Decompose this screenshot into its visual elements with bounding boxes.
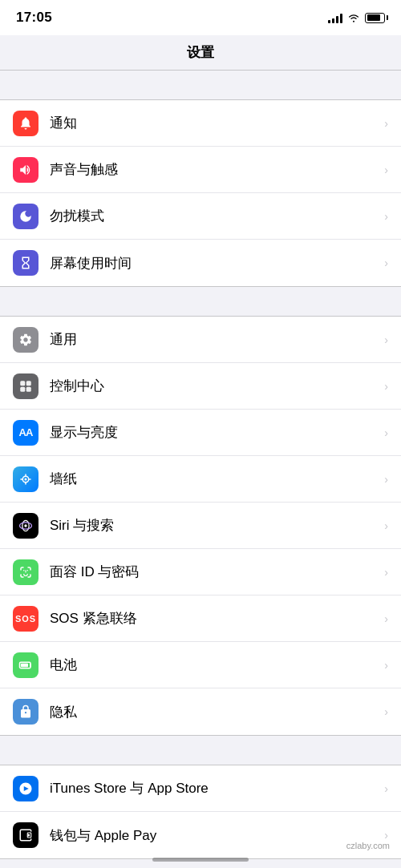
donotdisturb-icon — [13, 204, 38, 229]
chevron-icon: › — [384, 380, 388, 393]
settings-item-itunes[interactable]: iTunes Store 与 App Store › — [0, 765, 401, 812]
notifications-label: 通知 — [50, 114, 378, 132]
settings-item-siri[interactable]: Siri 与搜索 › — [0, 503, 401, 549]
settings-item-donotdisturb[interactable]: 勿扰模式 › — [0, 193, 401, 240]
chevron-icon: › — [384, 782, 388, 795]
battery-icon — [13, 652, 38, 678]
wallpaper-svg — [18, 472, 33, 486]
privacy-svg — [18, 704, 33, 719]
battery-status-icon — [365, 13, 385, 23]
section-separator-top — [0, 71, 401, 99]
faceid-svg — [18, 565, 33, 579]
watermark: czlaby.com — [343, 839, 393, 852]
controlcenter-icon — [13, 373, 38, 399]
screentime-icon — [13, 250, 38, 276]
wallet-icon — [13, 822, 38, 848]
settings-item-screentime[interactable]: 屏幕使用时间 › — [0, 240, 401, 286]
faceid-label: 面容 ID 与密码 — [50, 563, 378, 581]
itunes-svg — [18, 781, 33, 796]
chevron-icon: › — [384, 426, 388, 439]
chevron-icon: › — [384, 566, 388, 579]
sound-svg — [18, 163, 33, 177]
privacy-label: 隐私 — [50, 703, 378, 721]
section-separator-2 — [0, 287, 401, 316]
page-title: 设置 — [187, 43, 214, 62]
bell-svg — [18, 116, 33, 131]
settings-item-privacy[interactable]: 隐私 › — [0, 688, 401, 735]
svg-point-5 — [25, 478, 27, 480]
control-svg — [18, 379, 33, 394]
wallet-label: 钱包与 Apple Pay — [50, 826, 378, 845]
settings-item-sos[interactable]: SOS SOS 紧急联络 › — [0, 595, 401, 642]
svg-rect-0 — [20, 381, 25, 386]
moon-svg — [18, 209, 33, 224]
gear-svg — [18, 333, 33, 347]
sos-icon: SOS — [13, 606, 38, 632]
chevron-icon: › — [384, 612, 388, 625]
home-indicator — [152, 858, 249, 862]
sounds-label: 声音与触感 — [50, 160, 378, 179]
chevron-icon: › — [384, 473, 388, 486]
notifications-icon — [13, 111, 38, 136]
chevron-icon: › — [384, 519, 388, 532]
sounds-icon — [13, 157, 38, 183]
settings-section-2: 通用 › 控制中心 › AA 显示与亮度 › — [0, 316, 401, 736]
wallpaper-icon — [13, 466, 38, 492]
settings-item-general[interactable]: 通用 › — [0, 317, 401, 363]
navigation-bar: 设置 — [0, 35, 401, 71]
siri-svg — [18, 518, 34, 534]
display-aa-text: AA — [19, 426, 33, 438]
hourglass-svg — [18, 256, 33, 270]
settings-item-wallpaper[interactable]: 墙纸 › — [0, 456, 401, 503]
wallet-svg — [18, 828, 33, 842]
status-bar: 17:05 — [0, 0, 401, 35]
settings-item-notifications[interactable]: 通知 › — [0, 100, 401, 147]
svg-point-8 — [24, 524, 26, 527]
settings-item-controlcenter[interactable]: 控制中心 › — [0, 363, 401, 410]
controlcenter-label: 控制中心 — [50, 377, 378, 395]
sos-text: SOS — [15, 614, 36, 624]
display-label: 显示与亮度 — [50, 423, 378, 442]
chevron-icon: › — [384, 210, 388, 223]
chevron-icon: › — [384, 705, 388, 718]
donotdisturb-label: 勿扰模式 — [50, 207, 378, 225]
status-icons — [328, 12, 385, 23]
itunes-icon — [13, 776, 38, 801]
settings-section-3: iTunes Store 与 App Store › 钱包与 Apple Pay… — [0, 765, 401, 859]
battery-svg — [18, 658, 33, 672]
chevron-icon: › — [384, 117, 388, 130]
privacy-icon — [13, 699, 38, 725]
svg-rect-1 — [26, 381, 31, 386]
display-icon: AA — [13, 420, 38, 446]
settings-section-1: 通知 › 声音与触感 › 勿扰模式 › 屏幕使用时间 › — [0, 99, 401, 287]
sos-label: SOS 紧急联络 — [50, 609, 378, 628]
svg-rect-11 — [21, 663, 28, 667]
itunes-label: iTunes Store 与 App Store — [50, 779, 378, 797]
general-icon — [13, 327, 38, 353]
siri-label: Siri 与搜索 — [50, 516, 378, 535]
settings-item-faceid[interactable]: 面容 ID 与密码 › — [0, 549, 401, 595]
settings-item-sounds[interactable]: 声音与触感 › — [0, 147, 401, 193]
signal-icon — [328, 12, 342, 23]
settings-item-battery[interactable]: 电池 › — [0, 642, 401, 688]
settings-item-display[interactable]: AA 显示与亮度 › — [0, 410, 401, 456]
svg-rect-3 — [26, 386, 31, 391]
chevron-icon: › — [384, 659, 388, 672]
siri-icon — [13, 513, 38, 539]
chevron-icon: › — [384, 164, 388, 176]
chevron-icon: › — [384, 333, 388, 346]
svg-rect-2 — [20, 386, 25, 391]
screentime-label: 屏幕使用时间 — [50, 254, 378, 273]
general-label: 通用 — [50, 330, 378, 349]
chevron-icon: › — [384, 256, 388, 269]
section-separator-3 — [0, 736, 401, 765]
battery-label: 电池 — [50, 656, 378, 674]
settings-item-wallet[interactable]: 钱包与 Apple Pay › — [0, 812, 401, 858]
wallpaper-label: 墙纸 — [50, 470, 378, 488]
status-time: 17:05 — [16, 10, 52, 26]
wifi-icon — [347, 13, 360, 22]
faceid-icon — [13, 559, 38, 585]
